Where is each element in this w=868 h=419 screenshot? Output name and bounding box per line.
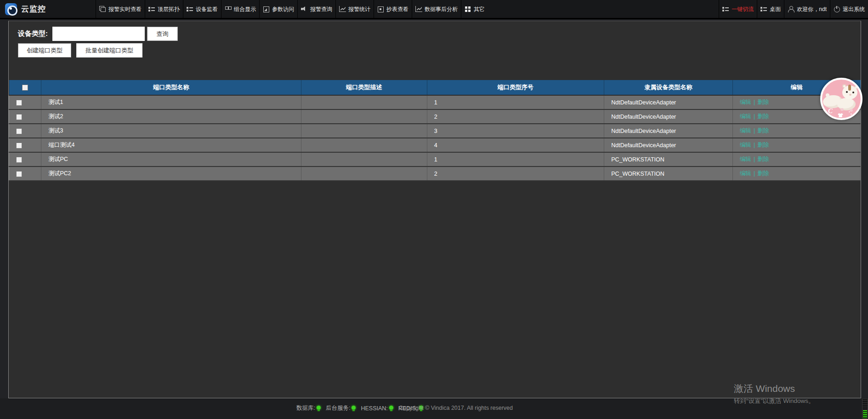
status-label-hessian: HESSIAN: bbox=[361, 405, 387, 412]
list-grid-icon bbox=[148, 6, 155, 12]
delete-link[interactable]: 删除 bbox=[757, 170, 769, 177]
power-icon bbox=[834, 6, 840, 12]
cell-device: NdtDefaultDeviceAdapter bbox=[604, 95, 733, 109]
cell-name: 测试3 bbox=[41, 124, 301, 138]
query-button[interactable]: 查询 bbox=[147, 27, 178, 41]
nav-item-data-analysis[interactable]: 数据事后分析 bbox=[412, 0, 461, 18]
hamster-image bbox=[840, 108, 844, 111]
green-bulb-icon bbox=[352, 406, 356, 411]
row-checkbox[interactable] bbox=[16, 114, 22, 120]
cell-desc bbox=[301, 166, 427, 181]
row-checkbox[interactable] bbox=[16, 100, 22, 106]
cell-serial: 1 bbox=[427, 152, 604, 166]
cell-desc bbox=[301, 138, 427, 152]
copyright-text: Copyright © Vindica 2017. All rights res… bbox=[399, 405, 513, 411]
nav-item-meter-view[interactable]: 抄表查看 bbox=[374, 0, 412, 18]
meter-square-icon bbox=[377, 6, 384, 12]
cell-name: 测试PC2 bbox=[41, 166, 301, 181]
nav-item-alarm-query[interactable]: 报警查询 bbox=[297, 0, 335, 18]
nav-item-alarm-stats[interactable]: 报警统计 bbox=[335, 0, 374, 18]
header-desc: 端口类型描述 bbox=[301, 80, 427, 95]
line-chart-icon bbox=[339, 6, 346, 12]
list-grid-icon bbox=[722, 6, 729, 12]
nav-item-other[interactable]: 其它 bbox=[461, 0, 488, 18]
app-brand[interactable]: 云监控 bbox=[0, 0, 96, 18]
table-row: 测试2 2 NdtDefaultDeviceAdapter 编辑|删除 bbox=[9, 109, 861, 124]
row-checkbox[interactable] bbox=[16, 171, 22, 177]
avatar-marks: ’。 bbox=[849, 110, 855, 116]
link-separator: | bbox=[754, 113, 755, 120]
row-checkbox[interactable] bbox=[16, 143, 22, 149]
cell-edit: 编辑|删除 bbox=[733, 166, 861, 181]
device-type-input[interactable] bbox=[52, 27, 145, 41]
link-separator: | bbox=[754, 170, 755, 177]
scrollbar-widget[interactable] bbox=[862, 399, 868, 419]
cell-serial: 1 bbox=[427, 95, 604, 109]
table-row: 测试1 1 NdtDefaultDeviceAdapter 编辑|删除 bbox=[9, 95, 861, 109]
cell-edit: 编辑|删除 bbox=[733, 152, 861, 166]
edit-link[interactable]: 编辑 bbox=[740, 156, 751, 162]
cell-desc bbox=[301, 109, 427, 124]
nav-item-combo-display[interactable]: 组合显示 bbox=[221, 0, 259, 18]
select-all-checkbox[interactable] bbox=[22, 85, 28, 91]
status-label-backend: 后台服务: bbox=[326, 404, 350, 412]
table-header-row: 端口类型名称 端口类型描述 端口类型序号 隶属设备类型名称 编辑 bbox=[9, 80, 861, 95]
nav-item-welcome-user[interactable]: 欢迎你，ndt bbox=[784, 0, 830, 18]
link-separator: | bbox=[754, 127, 755, 134]
app-logo-eye-icon bbox=[5, 3, 17, 15]
table-row: 测试PC2 2 PC_WORKSTATION 编辑|删除 bbox=[9, 166, 861, 181]
device-type-label: 设备类型: bbox=[18, 29, 48, 38]
green-bulb-icon bbox=[317, 406, 321, 411]
edit-link[interactable]: 编辑 bbox=[740, 142, 751, 148]
cell-serial: 4 bbox=[427, 138, 604, 152]
pages-icon bbox=[99, 6, 106, 12]
user-avatar[interactable]: C ’。 bbox=[820, 78, 862, 120]
batch-create-port-type-button[interactable]: 批量创建端口类型 bbox=[76, 43, 142, 57]
delete-link[interactable]: 删除 bbox=[757, 113, 769, 120]
delete-link[interactable]: 删除 bbox=[757, 127, 769, 134]
cell-serial: 2 bbox=[427, 166, 604, 181]
hamster-image bbox=[837, 98, 856, 110]
cell-name: 测试PC bbox=[41, 152, 301, 166]
edit-link[interactable]: 编辑 bbox=[740, 170, 751, 177]
cell-edit: 编辑|删除 bbox=[733, 138, 861, 152]
cell-desc bbox=[301, 95, 427, 109]
create-port-type-button[interactable]: 创建端口类型 bbox=[18, 43, 71, 57]
cell-name: 端口测试4 bbox=[41, 138, 301, 152]
edit-link[interactable]: 编辑 bbox=[740, 99, 751, 105]
link-separator: | bbox=[754, 142, 755, 148]
cell-desc bbox=[301, 124, 427, 138]
cell-serial: 2 bbox=[427, 109, 604, 124]
link-separator: | bbox=[754, 156, 755, 162]
action-buttons: 创建端口类型 批量创建端口类型 bbox=[18, 43, 142, 57]
delete-link[interactable]: 删除 bbox=[757, 99, 769, 105]
nav-item-top-topology[interactable]: 顶层拓扑 bbox=[145, 0, 183, 18]
edit-link[interactable]: 编辑 bbox=[740, 113, 751, 120]
header-name: 端口类型名称 bbox=[41, 80, 301, 95]
hamster-image bbox=[846, 91, 848, 93]
top-navbar: 云监控 报警实时查看 顶层拓扑 设备监看 组合显示 参数访问 报警查询 报警统计… bbox=[0, 0, 868, 19]
cell-device: NdtDefaultDeviceAdapter bbox=[604, 109, 733, 124]
row-checkbox[interactable] bbox=[16, 128, 22, 134]
delete-link[interactable]: 删除 bbox=[757, 142, 769, 148]
status-footer: 数据库: 后台服务: HESSIAN: REDIS: Copyright © V… bbox=[0, 398, 868, 419]
app-title: 云监控 bbox=[21, 4, 46, 14]
cell-name: 测试2 bbox=[41, 109, 301, 124]
nav-item-device-monitor[interactable]: 设备监看 bbox=[183, 0, 221, 18]
row-checkbox[interactable] bbox=[16, 157, 22, 163]
nav-item-desktop[interactable]: 桌面 bbox=[757, 0, 784, 18]
cell-edit: 编辑|删除 bbox=[733, 124, 861, 138]
hamster-image bbox=[852, 92, 854, 93]
nav-item-logout[interactable]: 退出系统 bbox=[830, 0, 868, 18]
cell-device: PC_WORKSTATION bbox=[604, 152, 733, 166]
nav-item-alarm-realtime[interactable]: 报警实时查看 bbox=[96, 0, 145, 18]
grid-dots-icon bbox=[465, 6, 471, 12]
status-label-database: 数据库: bbox=[296, 404, 315, 412]
edit-link[interactable]: 编辑 bbox=[740, 127, 751, 134]
delete-link[interactable]: 删除 bbox=[757, 156, 769, 162]
nav-item-one-key-switch[interactable]: 一键切流 bbox=[719, 0, 757, 18]
nav-item-param-access[interactable]: 参数访问 bbox=[259, 0, 297, 18]
header-serial: 端口类型序号 bbox=[427, 80, 604, 95]
header-checkbox-cell bbox=[9, 80, 41, 95]
link-separator: | bbox=[754, 99, 755, 105]
